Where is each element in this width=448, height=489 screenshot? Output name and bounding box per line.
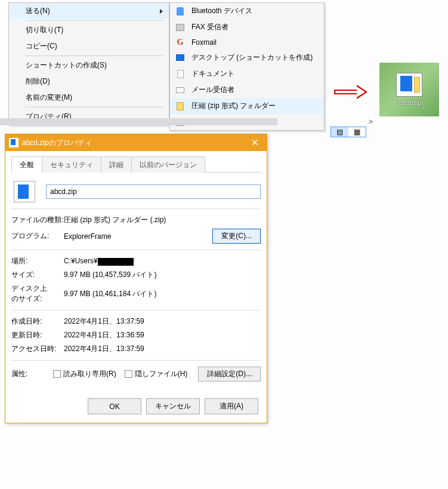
desktop-area: abcd.zip — [379, 63, 439, 116]
accessed-value: 2022年4月1日、13:37:59 — [64, 344, 144, 354]
fax-icon — [175, 22, 186, 33]
annotation-arrow-icon — [334, 86, 370, 98]
menu-item-delete[interactable]: 削除(D) — [9, 73, 169, 90]
menu-label: 送る(N) — [26, 6, 50, 16]
filename-input[interactable] — [46, 184, 261, 199]
checkbox-label: 読み取り専用(R) — [63, 369, 116, 379]
location-prefix: C:¥Users¥ — [64, 257, 98, 265]
tab-bar: 全般 セキュリティ 詳細 以前のバージョン — [11, 156, 261, 173]
menu-item-rename[interactable]: 名前の変更(M) — [9, 90, 169, 106]
bluetooth-icon — [175, 6, 186, 17]
location-label: 場所: — [11, 256, 64, 266]
menu-separator — [26, 20, 164, 21]
desktop-icon — [175, 53, 186, 63]
sendto-desktop[interactable]: デスクトップ (ショートカットを作成) — [170, 50, 324, 66]
tab-security[interactable]: セキュリティ — [42, 156, 101, 173]
tab-general[interactable]: 全般 — [11, 156, 42, 173]
ok-button[interactable]: OK — [88, 398, 141, 414]
menu-item-copy[interactable]: コピー(C) — [9, 38, 169, 54]
menu-separator — [26, 107, 164, 107]
zip-folder-icon — [175, 101, 186, 112]
menu-label: 名前の変更(M) — [26, 93, 72, 103]
context-menu-sendto: Bluetooth デバイス FAX 受信者 G Foxmail デスクトップ … — [169, 2, 325, 131]
dialog-button-row: OK キャンセル 適用(A) — [5, 393, 267, 423]
program-value: ExplorerFrame — [64, 232, 212, 241]
menu-item-cut[interactable]: 切り取り(T) — [9, 22, 169, 38]
location-value: C:¥Users¥ — [64, 257, 134, 265]
readonly-checkbox[interactable]: 読み取り専用(R) — [53, 369, 116, 379]
redacted-text — [98, 258, 134, 266]
cancel-button[interactable]: キャンセル — [146, 398, 200, 414]
checkbox-icon — [53, 370, 61, 378]
chevron-right-icon — [160, 9, 163, 14]
menu-label: FAX 受信者 — [191, 22, 228, 32]
menu-label: 切り取り(T) — [26, 25, 63, 35]
checkbox-label: 隠しファイル(H) — [135, 369, 188, 379]
mail-icon — [175, 85, 186, 96]
sendto-documents[interactable]: ドキュメント — [170, 66, 324, 82]
menu-item-shortcut[interactable]: ショートカットの作成(S) — [9, 57, 169, 73]
file-type-label: ファイルの種類: — [11, 215, 64, 225]
view-details-icon[interactable]: ▤ — [331, 127, 348, 137]
advanced-button[interactable]: 詳細設定(D)... — [198, 367, 261, 382]
disk-size-label: ディスク上 のサイズ: — [11, 284, 64, 304]
modified-value: 2022年4月1日、13:36:59 — [64, 330, 144, 340]
sendto-zip[interactable]: 圧縮 (zip 形式) フォルダー — [170, 98, 324, 114]
view-large-icon[interactable]: ▦ — [348, 127, 366, 137]
scroll-right-icon[interactable]: > — [369, 118, 373, 126]
created-label: 作成日時: — [11, 316, 64, 327]
change-program-button[interactable]: 変更(C)... — [212, 229, 261, 244]
menu-label: デスクトップ (ショートカットを作成) — [191, 53, 313, 63]
file-label: abcd.zip — [397, 99, 422, 106]
explorer-toolbar-strip — [0, 118, 277, 125]
view-mode-toggle[interactable]: ▤ ▦ — [330, 127, 366, 137]
zip-file-icon — [9, 138, 18, 147]
menu-label: コピー(C) — [26, 41, 57, 51]
size-label: サイズ: — [11, 270, 64, 280]
attributes-label: 属性: — [11, 369, 53, 379]
document-icon — [175, 69, 186, 79]
context-menu-main: 送る(N) 切り取り(T) コピー(C) ショートカットの作成(S) 削除(D)… — [8, 2, 169, 125]
modified-label: 更新日時: — [11, 330, 64, 340]
menu-label: 圧縮 (zip 形式) フォルダー — [191, 101, 276, 111]
tab-details[interactable]: 詳細 — [101, 156, 132, 173]
dialog-titlebar[interactable]: abcd.zipのプロパティ ✕ — [5, 134, 267, 151]
apply-button[interactable]: 適用(A) — [205, 398, 258, 414]
disk-size-value: 9.97 MB (10,461,184 バイト) — [64, 289, 156, 299]
sendto-bluetooth[interactable]: Bluetooth デバイス — [170, 3, 324, 19]
program-label: プログラム: — [11, 231, 64, 241]
accessed-label: アクセス日時: — [11, 344, 64, 354]
menu-separator — [26, 56, 164, 56]
properties-dialog: abcd.zipのプロパティ ✕ 全般 セキュリティ 詳細 以前のバージョン フ… — [5, 134, 267, 423]
close-button[interactable]: ✕ — [246, 137, 263, 148]
menu-label: ドキュメント — [191, 69, 234, 79]
menu-label: ショートカットの作成(S) — [26, 60, 107, 70]
hidden-checkbox[interactable]: 隠しファイル(H) — [125, 369, 188, 379]
menu-label: 削除(D) — [26, 76, 50, 87]
file-type-value: 圧縮 (zip 形式) フォルダー (.zip) — [64, 215, 166, 225]
zip-file-icon[interactable] — [396, 73, 422, 97]
sendto-fax[interactable]: FAX 受信者 — [170, 19, 324, 35]
menu-label: Foxmail — [191, 38, 217, 47]
foxmail-icon: G — [175, 37, 186, 48]
menu-label: メール受信者 — [191, 85, 234, 95]
tab-previous-versions[interactable]: 以前のバージョン — [131, 156, 205, 173]
sendto-mail[interactable]: メール受信者 — [170, 82, 324, 98]
size-value: 9.97 MB (10,457,539 バイト) — [64, 270, 156, 280]
sendto-foxmail[interactable]: G Foxmail — [170, 35, 324, 50]
zip-file-icon — [14, 181, 35, 202]
menu-item-send[interactable]: 送る(N) — [9, 3, 169, 19]
created-value: 2022年4月1日、13:37:59 — [64, 316, 144, 327]
dialog-title: abcd.zipのプロパティ — [22, 138, 92, 148]
menu-label: Bluetooth デバイス — [191, 6, 252, 16]
checkbox-icon — [125, 370, 132, 378]
